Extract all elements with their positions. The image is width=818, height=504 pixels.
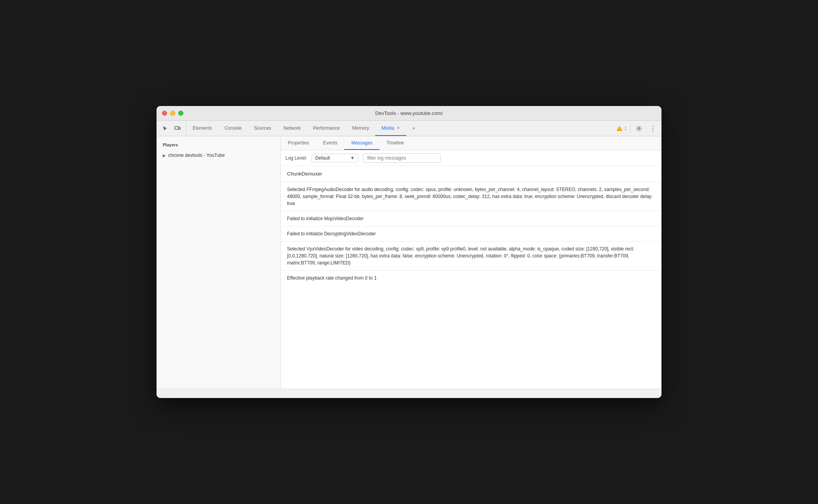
tab-network[interactable]: Network (277, 121, 307, 136)
tab-sources[interactable]: Sources (248, 121, 277, 136)
panel-tab-bar: Properties Events Messages Timeline (281, 136, 661, 150)
main-toolbar: Elements Console Sources Network Perform… (157, 121, 661, 136)
tab-timeline[interactable]: Timeline (379, 136, 411, 150)
bottom-bar (157, 389, 661, 398)
chevron-right-icon: ▶ (163, 153, 166, 158)
message-text: Failed to initialize MojoVideoDecoder (287, 216, 364, 221)
svg-rect-0 (175, 127, 179, 129)
message-text: Effective playback rate changed from 0 t… (287, 275, 377, 281)
dropdown-arrow-icon: ▼ (350, 155, 355, 161)
sidebar-title: Players (157, 141, 280, 150)
message-row: ChunkDemuxer (281, 166, 661, 182)
svg-text:!: ! (619, 127, 620, 131)
sidebar: Players ▶ chrome devtools - YouTube (157, 136, 281, 389)
toolbar-right: ! 1 ⋮ (613, 121, 661, 136)
message-text: Selected FFmpegAudioDecoder for audio de… (287, 187, 653, 206)
filter-bar: Log Level: Default ▼ (281, 150, 661, 166)
media-panel: Properties Events Messages Timeline Log … (281, 136, 661, 389)
message-text: Selected VpxVideoDecoder for video decod… (287, 246, 634, 266)
more-tabs-button[interactable]: » (406, 121, 421, 136)
devtools-window: DevTools - www.youtube.com/ Elements Con (157, 106, 661, 398)
maximize-button[interactable] (178, 111, 183, 116)
filter-input[interactable] (363, 153, 440, 163)
tab-events[interactable]: Events (316, 136, 345, 150)
tab-console[interactable]: Console (218, 121, 248, 136)
svg-point-4 (638, 127, 640, 129)
title-bar: DevTools - www.youtube.com/ (157, 106, 661, 121)
minimize-button[interactable] (170, 111, 175, 116)
tab-memory[interactable]: Memory (346, 121, 375, 136)
message-row: Selected VpxVideoDecoder for video decod… (281, 242, 661, 271)
tab-elements[interactable]: Elements (186, 121, 218, 136)
message-row: Effective playback rate changed from 0 t… (281, 271, 661, 285)
toolbar-icons (157, 121, 186, 136)
tab-media[interactable]: Media ✕ (375, 121, 406, 136)
close-button[interactable] (162, 111, 167, 116)
message-row: Failed to initialize MojoVideoDecoder (281, 211, 661, 226)
tab-performance[interactable]: Performance (307, 121, 346, 136)
message-text: Failed to initialize DecryptingVideoDeco… (287, 231, 376, 236)
more-options-button[interactable]: ⋮ (647, 123, 658, 134)
tab-close-icon[interactable]: ✕ (397, 125, 400, 130)
tab-messages[interactable]: Messages (344, 136, 379, 150)
message-row: Selected FFmpegAudioDecoder for audio de… (281, 182, 661, 211)
tab-bar: Elements Console Sources Network Perform… (186, 121, 613, 136)
warning-badge[interactable]: ! 1 (616, 125, 627, 132)
main-content: Players ▶ chrome devtools - YouTube Prop… (157, 136, 661, 389)
log-level-select[interactable]: Default ▼ (312, 154, 358, 162)
message-text: ChunkDemuxer (287, 171, 322, 177)
tab-properties[interactable]: Properties (281, 136, 316, 150)
settings-button[interactable] (634, 123, 644, 134)
toolbar-separator (630, 124, 630, 133)
window-title: DevTools - www.youtube.com/ (375, 110, 443, 116)
sidebar-item-youtube[interactable]: ▶ chrome devtools - YouTube (157, 150, 280, 160)
log-level-label: Log Level: (285, 155, 307, 161)
toggle-device-icon[interactable] (172, 123, 183, 134)
message-row: Failed to initialize DecryptingVideoDeco… (281, 226, 661, 242)
traffic-lights (162, 111, 183, 116)
messages-list: ChunkDemuxer Selected FFmpegAudioDecoder… (281, 166, 661, 389)
cursor-icon[interactable] (160, 123, 171, 134)
svg-rect-1 (179, 127, 180, 129)
